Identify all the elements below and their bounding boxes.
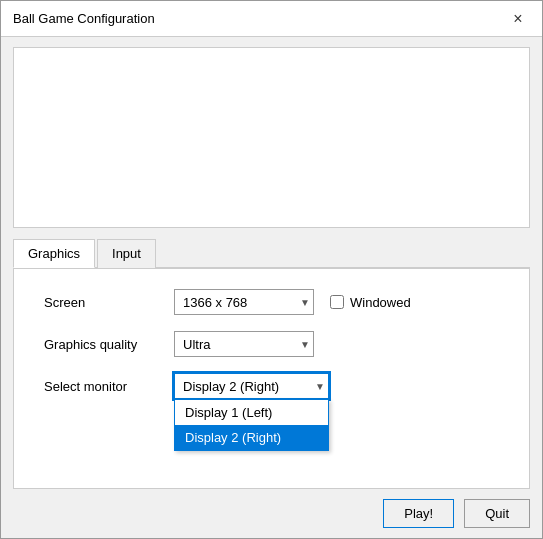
- preview-area: [13, 47, 530, 228]
- quality-label: Graphics quality: [44, 337, 174, 352]
- windowed-row: Windowed: [330, 295, 411, 310]
- settings-panel: Screen 1366 x 768 ▼ Windowed Graphics qu…: [13, 268, 530, 489]
- tab-graphics[interactable]: Graphics: [13, 239, 95, 268]
- close-button[interactable]: ×: [506, 7, 530, 31]
- quality-row: Graphics quality Ultra ▼: [44, 331, 499, 357]
- screen-dropdown-wrapper: 1366 x 768 ▼: [174, 289, 314, 315]
- monitor-option-2[interactable]: Display 2 (Right): [175, 425, 328, 450]
- monitor-dropdown-wrapper: Display 2 (Right) ▼: [174, 373, 329, 399]
- footer: Play! Quit: [1, 489, 542, 538]
- dialog-title: Ball Game Configuration: [13, 11, 155, 26]
- monitor-dropdown-list: Display 1 (Left) Display 2 (Right): [174, 399, 329, 451]
- monitor-option-1[interactable]: Display 1 (Left): [175, 400, 328, 425]
- monitor-label: Select monitor: [44, 379, 174, 394]
- screen-control: 1366 x 768 ▼: [174, 289, 314, 315]
- tab-input[interactable]: Input: [97, 239, 156, 268]
- windowed-label: Windowed: [350, 295, 411, 310]
- quality-dropdown[interactable]: Ultra: [174, 331, 314, 357]
- monitor-row: Select monitor Display 2 (Right) ▼ Displ…: [44, 373, 499, 399]
- monitor-control: Display 2 (Right) ▼ Display 1 (Left) Dis…: [174, 373, 329, 399]
- screen-dropdown[interactable]: 1366 x 768: [174, 289, 314, 315]
- title-bar: Ball Game Configuration ×: [1, 1, 542, 37]
- screen-row: Screen 1366 x 768 ▼ Windowed: [44, 289, 499, 315]
- screen-label: Screen: [44, 295, 174, 310]
- tabs-area: Graphics Input: [13, 238, 530, 268]
- quality-control: Ultra ▼: [174, 331, 314, 357]
- dialog: Ball Game Configuration × Graphics Input…: [0, 0, 543, 539]
- windowed-checkbox[interactable]: [330, 295, 344, 309]
- monitor-dropdown[interactable]: Display 2 (Right): [174, 373, 329, 399]
- play-button[interactable]: Play!: [383, 499, 454, 528]
- quality-dropdown-wrapper: Ultra ▼: [174, 331, 314, 357]
- quit-button[interactable]: Quit: [464, 499, 530, 528]
